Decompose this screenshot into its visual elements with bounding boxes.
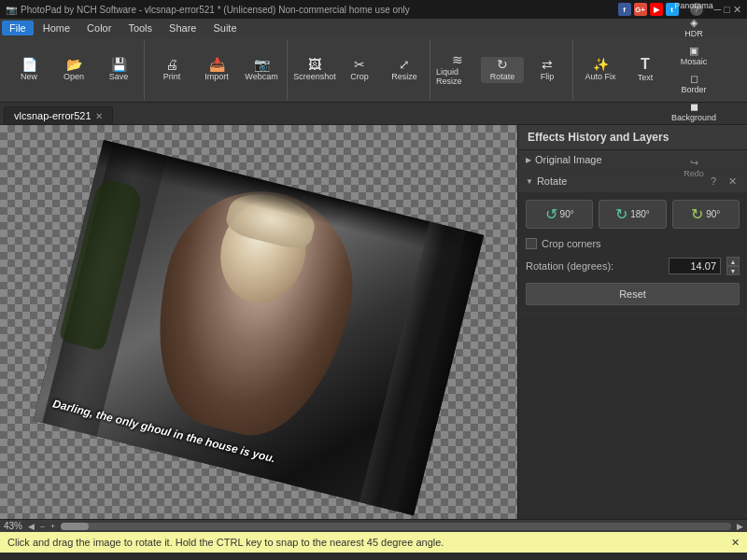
new-label: New [21,72,37,81]
rotate-180-button[interactable]: ↻ 180° [599,200,666,229]
save-icon: 💾 [111,58,127,71]
menu-suite[interactable]: Suite [205,21,244,35]
rotation-increment-button[interactable]: ▲ [726,257,740,266]
print-button[interactable]: 🖨 Print [150,57,193,83]
resize-button[interactable]: ⤢ Resize [383,57,426,83]
status-close-button[interactable]: ✕ [731,537,740,549]
right-panel: Effects History and Layers ▶ Original Im… [517,125,747,519]
rotate-icon: ↻ [497,58,508,71]
rotation-decrement-button[interactable]: ▼ [726,266,740,275]
rotate-label: Rotate [490,72,515,81]
crop-corners-checkbox[interactable] [526,238,537,249]
border-label: Border [681,85,706,94]
hdr-button[interactable]: ◈ HDR [672,15,715,41]
toolbar-group-enhance: ✨ Auto Fix T Text [575,40,670,100]
tabbar: vlcsnap-error521 ✕ [0,103,747,125]
mosaic-button[interactable]: ▣ Mosaic [672,43,715,69]
flip-icon: ⇄ [542,58,553,71]
tab-vlcsnap[interactable]: vlcsnap-error521 ✕ [4,106,113,124]
menu-home[interactable]: Home [35,21,78,35]
youtube-icon[interactable]: ▶ [650,3,663,16]
border-icon: ◻ [690,74,698,84]
text-button[interactable]: T Text [624,57,667,83]
toolbar-group-transform: ≋ Liquid Resize ↻ Rotate ⇄ Flip [432,40,573,100]
rotate-180-icon: ↻ [615,205,627,223]
expand-triangle-icon: ▼ [526,177,533,186]
background-button[interactable]: ◼ Background [672,99,715,125]
panorama-button[interactable]: ⌓ Panorama [672,0,715,13]
canvas-area[interactable]: Darling, the only ghoul in the house is … [0,125,517,519]
scrollbar-thumb[interactable] [61,523,89,530]
panorama-label: Panorama [674,1,713,10]
crop-button[interactable]: ✂ Crop [338,57,381,83]
crop-icon: ✂ [354,58,365,71]
menu-share[interactable]: Share [162,21,204,35]
redo-button[interactable]: ↪ Redo [672,155,715,181]
open-button[interactable]: 📂 Open [52,57,95,83]
tab-close-button[interactable]: ✕ [95,111,103,121]
right-panel-header: Effects History and Layers [518,125,747,150]
liquid-resize-icon: ≋ [452,53,463,66]
import-button[interactable]: 📥 Import [195,57,238,83]
rotate-buttons-row: ↺ 90° ↻ 180° ↻ 90° [526,200,740,229]
rotate-90-left-button[interactable]: ↺ 90° [526,200,593,229]
rotate-left-label: 90° [560,209,574,219]
border-button[interactable]: ◻ Border [672,71,715,97]
rotate-90-right-button[interactable]: ↻ 90° [672,200,740,229]
screenshot-button[interactable]: 🖼 Screenshot [293,57,336,83]
statusbar-message: Click and drag the image to rotate it. H… [0,532,747,553]
toolbar: 📄 New 📂 Open 💾 Save 🖨 Print 📥 Import 📷 W… [0,37,747,103]
mosaic-label: Mosaic [681,57,708,66]
background-label: Background [671,113,716,122]
new-button[interactable]: 📄 New [7,57,50,83]
flip-button[interactable]: ⇄ Flip [526,57,569,83]
redo-label: Redo [684,169,704,178]
rotate-label: Rotate [537,175,567,187]
text-label: Text [638,73,654,82]
zoom-level: 43% [4,521,22,531]
resize-label: Resize [391,72,417,81]
main-area: Darling, the only ghoul in the house is … [0,125,747,519]
reset-button[interactable]: Reset [526,283,740,305]
original-image-label: Original Image [535,154,602,165]
import-label: Import [204,72,229,81]
resize-icon: ⤢ [399,58,410,71]
menu-file[interactable]: File [2,21,34,35]
facebook-icon[interactable]: f [618,3,631,16]
rotate-close-icon[interactable]: ✕ [725,174,740,189]
status-text: Click and drag the image to rotate it. H… [7,537,444,548]
zoom-plus-button[interactable]: + [50,522,55,531]
horizontal-scrollbar[interactable] [61,523,731,530]
rotation-input[interactable] [669,258,721,274]
scroll-left-button[interactable]: ◀ [28,522,35,531]
curtain-right [359,221,485,515]
mosaic-icon: ▣ [689,46,698,56]
open-icon: 📂 [66,58,82,71]
film-frame: Darling, the only ghoul in the house is … [34,140,485,516]
import-icon: 📥 [209,58,225,71]
autofix-button[interactable]: ✨ Auto Fix [579,57,622,83]
print-label: Print [163,72,181,81]
google-icon[interactable]: G+ [634,3,647,16]
menu-color[interactable]: Color [79,21,119,35]
rotated-image[interactable]: Darling, the only ghoul in the house is … [34,140,485,516]
redo-icon: ↪ [690,158,698,168]
rotate-180-label: 180° [630,209,650,219]
screenshot-label: Screenshot [293,72,336,81]
scroll-right-button[interactable]: ▶ [737,522,743,531]
save-button[interactable]: 💾 Save [97,57,140,83]
zoom-minus-button[interactable]: – [40,522,45,531]
crop-corners-row: Rotate Crop corners [526,238,740,249]
canvas-inner: Darling, the only ghoul in the house is … [0,125,517,519]
liquid-resize-button[interactable]: ≋ Liquid Resize [436,57,479,83]
crop-label: Crop [350,72,369,81]
app-logo: 📷 [6,5,17,15]
collapse-triangle-icon: ▶ [526,156,531,164]
liquid-resize-label: Liquid Resize [436,67,479,86]
hdr-label: HDR [684,29,703,38]
tab-label: vlcsnap-error521 [14,110,92,121]
rotate-button[interactable]: ↻ Rotate [481,57,524,83]
webcam-button[interactable]: 📷 Webcam [240,57,283,83]
toolbar-group-edit: 🖼 Screenshot ✂ Crop ⤢ Resize [289,40,430,100]
menu-tools[interactable]: Tools [120,21,160,35]
